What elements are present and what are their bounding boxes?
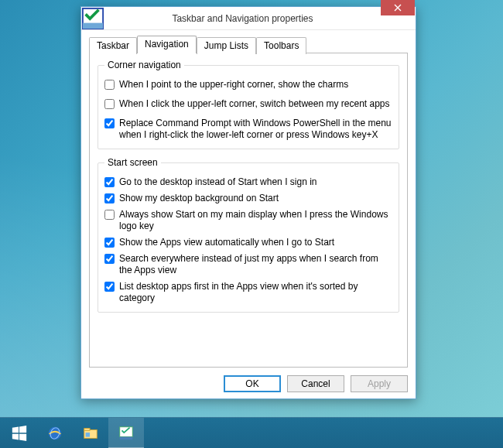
option-list-desktop-first: List desktop apps first in the Apps view…: [104, 281, 392, 304]
properties-dialog-icon: [118, 425, 135, 442]
svg-rect-7: [120, 426, 133, 436]
option-search-everywhere: Search everywhere instead of just my app…: [104, 253, 392, 276]
group-legend: Corner navigation: [104, 60, 184, 70]
svg-rect-1: [83, 22, 103, 29]
taskbar-app-explorer[interactable]: [73, 418, 108, 449]
tab-panel-navigation: Corner navigation When I point to the up…: [89, 53, 408, 368]
checkbox-apps-view[interactable]: [104, 238, 115, 248]
label-go-desktop: Go to the desktop instead of Start when …: [119, 176, 317, 188]
group-legend: Start screen: [104, 157, 161, 168]
taskbar-navigation-properties-dialog: Taskbar and Navigation properties Taskba…: [80, 6, 416, 399]
label-charms: When I point to the upper-right corner, …: [119, 79, 348, 91]
label-search-everywhere: Search everywhere instead of just my app…: [119, 253, 392, 276]
checkbox-charms[interactable]: [104, 80, 115, 90]
checkbox-list-desktop-first[interactable]: [104, 282, 115, 292]
titlebar[interactable]: Taskbar and Navigation properties: [81, 7, 416, 30]
svg-rect-8: [120, 436, 133, 439]
tab-navigation[interactable]: Navigation: [137, 36, 197, 53]
checkbox-powershell[interactable]: [104, 118, 115, 128]
app-icon: [81, 7, 104, 30]
label-recent-apps: When I click the upper-left corner, swit…: [119, 98, 390, 110]
checkbox-search-everywhere[interactable]: [104, 254, 115, 264]
option-apps-view: Show the Apps view automatically when I …: [104, 237, 392, 248]
ok-button[interactable]: OK: [224, 375, 281, 392]
tab-taskbar[interactable]: Taskbar: [89, 37, 137, 54]
window-title: Taskbar and Navigation properties: [104, 13, 381, 24]
option-main-display: Always show Start on my main display whe…: [104, 209, 392, 232]
checkbox-desktop-bg[interactable]: [104, 193, 115, 203]
start-button[interactable]: [2, 418, 37, 449]
close-button[interactable]: [381, 0, 415, 15]
checkbox-main-display[interactable]: [104, 210, 115, 220]
option-desktop-bg: Show my desktop background on Start: [104, 193, 392, 204]
svg-rect-5: [84, 428, 90, 430]
checkbox-recent-apps[interactable]: [104, 99, 115, 109]
close-icon: [394, 4, 402, 12]
option-recent-apps: When I click the upper-left corner, swit…: [104, 98, 392, 110]
checkbox-go-desktop[interactable]: [104, 177, 115, 187]
tab-toolbars[interactable]: Toolbars: [256, 37, 306, 54]
taskbar-app-properties[interactable]: [108, 418, 144, 449]
option-charms: When I point to the upper-right corner, …: [104, 79, 392, 91]
label-apps-view: Show the Apps view automatically when I …: [119, 237, 334, 248]
label-desktop-bg: Show my desktop background on Start: [119, 193, 279, 204]
option-go-desktop: Go to the desktop instead of Start when …: [104, 176, 392, 188]
dialog-button-row: OK Cancel Apply: [89, 368, 408, 392]
internet-explorer-icon: [46, 425, 63, 442]
taskbar[interactable]: [0, 417, 503, 448]
taskbar-app-ie[interactable]: [37, 418, 73, 449]
label-main-display: Always show Start on my main display whe…: [119, 209, 392, 232]
tab-jump-lists[interactable]: Jump Lists: [197, 37, 256, 54]
client-area: Taskbar Navigation Jump Lists Toolbars C…: [81, 30, 416, 398]
tab-strip: Taskbar Navigation Jump Lists Toolbars: [89, 35, 408, 53]
file-explorer-icon: [82, 425, 99, 442]
option-powershell: Replace Command Prompt with Windows Powe…: [104, 118, 392, 141]
group-corner-navigation: Corner navigation When I point to the up…: [98, 60, 399, 149]
apply-button[interactable]: Apply: [351, 375, 408, 392]
cancel-button[interactable]: Cancel: [287, 375, 344, 392]
label-powershell: Replace Command Prompt with Windows Powe…: [119, 118, 392, 141]
svg-rect-6: [86, 433, 91, 437]
windows-logo-icon: [11, 425, 28, 442]
label-list-desktop-first: List desktop apps first in the Apps view…: [119, 281, 392, 304]
group-start-screen: Start screen Go to the desktop instead o…: [98, 157, 399, 313]
